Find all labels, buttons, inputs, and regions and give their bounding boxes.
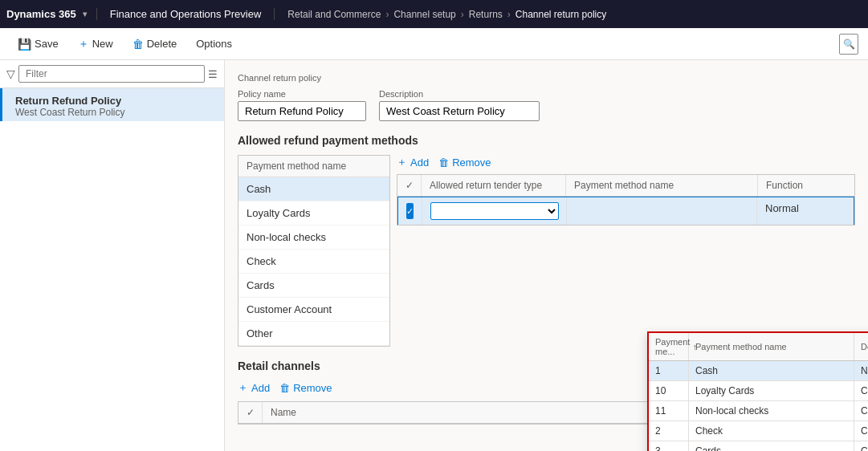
section-label: Channel return policy [238,73,855,83]
grid-col-tender: Allowed return tender type [422,175,566,196]
hamburger-icon[interactable]: ☰ [208,68,218,80]
retail-add-button[interactable]: ＋ Add [238,380,270,395]
sidebar: ▽ ☰ Return Refund Policy West Coast Retu… [0,60,225,451]
dropdown-cell-num-11: 11 [649,401,689,421]
grid-cell-tender[interactable] [422,197,567,225]
add-icon: ＋ [397,155,407,169]
brand-text: Dynamics 365 [6,8,76,20]
dropdown-cell-default-10: Card [854,381,868,400]
save-icon: 💾 [18,38,31,51]
tender-type-select[interactable] [430,202,559,220]
dropdown-row-2[interactable]: 2 Check Check [649,421,868,441]
payment-dropdown[interactable]: Payment me... ↑ Payment method name Defa… [647,331,868,451]
delete-icon: 🗑 [132,38,144,51]
new-label: New [92,38,113,50]
dropdown-cell-num-1: 1 [649,361,689,380]
dropdown-cell-method-1: Cash [689,361,854,380]
list-item-nonlocal[interactable]: Non-local checks [238,226,389,250]
retail-add-label: Add [251,382,270,394]
grid-cell-function: Normal [757,197,854,225]
breadcrumb-sep-3: › [507,9,511,20]
list-item-check[interactable]: Check [238,250,389,274]
breadcrumb-sep-1: › [385,9,389,20]
grid-cell-method [567,197,757,225]
payment-list-header: Payment method name [238,156,389,177]
main-layout: ▽ ☰ Return Refund Policy West Coast Retu… [0,60,868,451]
search-button[interactable]: 🔍 [839,34,858,55]
remove-button[interactable]: 🗑 Remove [438,156,491,169]
payment-section: Payment method name Cash Loyalty Cards N… [238,155,855,347]
dropdown-cell-num-10: 10 [649,381,689,400]
grid-col-check: ✓ [397,175,422,196]
dropdown-row-11[interactable]: 11 Non-local checks Check [649,401,868,421]
app-title: Finance and Operations Preview [97,8,275,20]
row-check-icon: ✓ [406,203,414,219]
list-item-cash[interactable]: Cash [238,177,389,201]
breadcrumb-item-2[interactable]: Channel setup [393,9,455,20]
new-icon: ＋ [78,37,89,51]
table-toolbar: ＋ Add 🗑 Remove [397,155,855,169]
dropdown-cell-method-3: Cards [689,441,854,451]
dropdown-cell-method-11: Non-local checks [689,401,854,421]
sidebar-item-policy[interactable]: Return Refund Policy West Coast Return P… [0,88,224,121]
policy-name-label: Policy name [238,89,366,99]
grid-col-method: Payment method name [566,175,758,196]
dropdown-cell-default-11: Check [854,401,868,421]
dropdown-header: Payment me... ↑ Payment method name Defa… [649,333,868,361]
sidebar-item-subtitle: West Coast Return Policy [15,107,214,118]
description-label: Description [379,89,540,99]
dropdown-cell-default-3: Card [854,441,868,451]
filter-icon[interactable]: ▽ [6,67,15,80]
breadcrumb-item-1[interactable]: Retail and Commerce [287,9,381,20]
grid-header: ✓ Allowed return tender type Payment met… [397,175,854,197]
dropdown-col-num: Payment me... ↑ [649,333,689,360]
retail-remove-label: Remove [293,382,332,394]
allowed-refund-title: Allowed refund payment methods [238,134,855,147]
grid-edit-row[interactable]: ✓ Normal [397,197,854,225]
content-area: Channel return policy Policy name Descri… [225,60,868,451]
policy-name-field: Policy name [238,89,366,121]
policy-name-input[interactable] [238,101,366,121]
dropdown-cell-default-1: Normal [854,361,868,380]
brand-logo[interactable]: Dynamics 365 ▾ [6,8,97,20]
grid-col-function: Function [758,175,854,196]
options-button[interactable]: Options [188,35,240,53]
dropdown-cell-num-2: 2 [649,421,689,441]
brand-chevron-icon: ▾ [83,10,87,18]
search-icon: 🔍 [843,39,855,50]
delete-label: Delete [147,38,177,50]
dropdown-row-3[interactable]: 3 Cards Card [649,441,868,451]
list-item-other[interactable]: Other [238,322,389,346]
dropdown-cell-method-10: Loyalty Cards [689,381,854,400]
list-item-customer[interactable]: Customer Account [238,298,389,322]
remove-icon: 🗑 [438,156,449,169]
list-item-loyalty[interactable]: Loyalty Cards [238,201,389,226]
breadcrumb: Retail and Commerce › Channel setup › Re… [275,9,606,20]
save-button[interactable]: 💾 Save [10,35,67,54]
dropdown-row-1[interactable]: 1 Cash Normal [649,361,868,381]
add-label: Add [410,156,429,169]
search-input[interactable] [18,65,205,83]
sidebar-tools: ▽ ☰ [0,60,224,88]
list-item-cards[interactable]: Cards [238,274,389,298]
sidebar-list: Return Refund Policy West Coast Return P… [0,88,224,451]
breadcrumb-item-3[interactable]: Returns [469,9,503,20]
retail-col-check: ✓ [238,402,263,423]
breadcrumb-item-4: Channel return policy [516,9,606,20]
payment-grid: ✓ Allowed return tender type Payment met… [397,174,855,226]
retail-remove-button[interactable]: 🗑 Remove [279,382,332,394]
topbar: Dynamics 365 ▾ Finance and Operations Pr… [0,0,868,28]
grid-cell-check: ✓ [398,197,422,225]
toolbar: 💾 Save ＋ New 🗑 Delete Options 🔍 [0,28,868,60]
dropdown-cell-method-2: Check [689,421,854,441]
retail-col-name: Name [263,402,694,423]
dropdown-row-10[interactable]: 10 Loyalty Cards Card [649,381,868,401]
add-button[interactable]: ＋ Add [397,155,429,169]
description-field: Description [379,89,540,121]
description-input[interactable] [379,101,540,121]
remove-label: Remove [452,156,491,169]
retail-add-icon: ＋ [238,380,248,395]
delete-button[interactable]: 🗑 Delete [124,35,185,54]
new-button[interactable]: ＋ New [70,34,121,55]
save-label: Save [35,38,59,50]
